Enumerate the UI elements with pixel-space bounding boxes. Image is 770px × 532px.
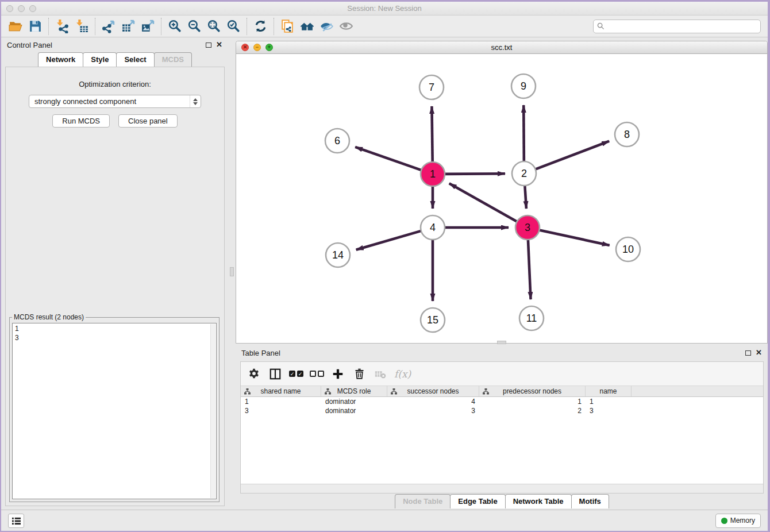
open-session-icon[interactable]	[6, 18, 25, 35]
cell-shared-name[interactable]: 3	[241, 406, 321, 415]
network-window-titlebar[interactable]: ✕ − + scc.txt	[236, 41, 767, 54]
column-header-name[interactable]: name	[586, 386, 632, 396]
toolbar-separator	[161, 18, 161, 35]
duplicate-network-icon[interactable]	[278, 18, 297, 35]
import-network-icon[interactable]	[52, 18, 72, 35]
graph-node-10[interactable]: 10	[616, 237, 640, 261]
gear-icon[interactable]	[247, 367, 261, 381]
graph-node-8[interactable]: 8	[615, 122, 639, 147]
graph-node-14[interactable]: 14	[326, 243, 350, 267]
splitter-grip[interactable]	[230, 267, 234, 276]
search-box[interactable]	[593, 20, 761, 33]
table-rows[interactable]: 1dominator4113dominator323	[241, 397, 763, 484]
import-table-icon[interactable]	[72, 18, 91, 35]
cell-name[interactable]: 3	[586, 406, 632, 415]
svg-text:1: 1	[430, 168, 436, 180]
edge-3-10[interactable]	[540, 230, 610, 245]
edge-1-7[interactable]	[432, 106, 432, 162]
table-tab-network-table[interactable]: Network Table	[505, 494, 572, 508]
table-tab-node-table[interactable]: Node Table	[395, 494, 451, 508]
home-icon[interactable]	[297, 18, 317, 35]
column-type-icon	[244, 388, 251, 395]
tab-mcds[interactable]: MCDS	[154, 52, 192, 67]
graph-node-4[interactable]: 4	[421, 215, 445, 240]
edge-3-1[interactable]	[449, 183, 517, 221]
mcds-result-legend: MCDS result (2 nodes)	[12, 313, 86, 321]
graph-node-3[interactable]: 3	[515, 215, 540, 240]
save-session-icon[interactable]	[25, 18, 45, 35]
graph-node-2[interactable]: 2	[512, 161, 536, 186]
edge-4-14[interactable]	[356, 231, 421, 250]
graph-node-11[interactable]: 11	[519, 306, 544, 330]
column-header-successor-nodes[interactable]: successor nodes	[387, 386, 479, 396]
criterion-dropdown[interactable]: strongly connected component	[29, 95, 201, 108]
cell-shared-name[interactable]: 1	[241, 397, 321, 406]
svg-text:6: 6	[334, 135, 340, 147]
table-tab-motifs[interactable]: Motifs	[571, 494, 609, 508]
column-header-mcds-role[interactable]: MCDS role	[321, 386, 387, 396]
toolbar-separator	[247, 18, 247, 35]
run-mcds-button[interactable]: Run MCDS	[52, 114, 110, 128]
main-toolbar	[1, 16, 768, 37]
graph-node-15[interactable]: 15	[421, 308, 445, 332]
zoom-in-icon[interactable]	[165, 18, 184, 35]
cell-predecessor-nodes[interactable]: 1	[479, 397, 586, 406]
hide-panel-icon[interactable]	[317, 18, 336, 35]
search-input[interactable]	[607, 22, 757, 30]
float-table-panel-icon[interactable]	[745, 350, 751, 356]
refresh-icon[interactable]	[251, 18, 270, 35]
memory-label: Memory	[730, 516, 755, 525]
float-panel-icon[interactable]	[206, 43, 211, 48]
export-table-icon[interactable]	[118, 18, 138, 35]
cell-mcds-role[interactable]: dominator	[321, 397, 387, 406]
network-canvas[interactable]: 7968124314101511	[236, 54, 767, 343]
tab-network[interactable]: Network	[38, 52, 83, 67]
tab-style[interactable]: Style	[83, 52, 117, 67]
add-column-icon[interactable]	[330, 367, 345, 381]
column-header-predecessor-nodes[interactable]: predecessor nodes	[479, 386, 586, 396]
delete-column-icon[interactable]	[352, 367, 367, 381]
deselect-all-icon[interactable]	[310, 371, 324, 377]
export-network-icon[interactable]	[99, 18, 118, 35]
edge-2-8[interactable]	[536, 141, 610, 169]
table-row[interactable]: 1dominator411	[241, 397, 763, 406]
svg-text:14: 14	[332, 249, 344, 261]
result-scrollbar[interactable]	[210, 324, 215, 498]
eye-icon[interactable]	[336, 18, 356, 35]
cell-successor-nodes[interactable]: 3	[387, 406, 479, 415]
table-toolbar: ✓✓ f(x)	[241, 362, 763, 386]
memory-button[interactable]: Memory	[715, 514, 761, 528]
memory-status-icon	[721, 518, 727, 524]
tab-select[interactable]: Select	[116, 52, 154, 67]
table-row[interactable]: 3dominator323	[241, 406, 763, 415]
split-columns-icon[interactable]	[268, 367, 283, 381]
zoom-fit-icon[interactable]	[204, 18, 224, 35]
column-header-shared-name[interactable]: shared name	[241, 386, 321, 396]
cell-mcds-role[interactable]: dominator	[321, 406, 387, 415]
zoom-selected-icon[interactable]	[224, 18, 243, 35]
close-table-panel-icon[interactable]: ✕	[756, 350, 762, 356]
export-image-icon[interactable]	[138, 18, 157, 35]
vertical-splitter[interactable]	[228, 37, 236, 510]
graph-node-1[interactable]: 1	[421, 162, 445, 186]
edge-2-3[interactable]	[525, 186, 526, 209]
edge-1-6[interactable]	[355, 147, 421, 170]
graph-node-9[interactable]: 9	[511, 74, 536, 98]
graph-node-7[interactable]: 7	[419, 75, 444, 99]
close-panel-icon[interactable]: ✕	[216, 42, 222, 48]
cell-name[interactable]: 1	[586, 397, 632, 406]
zoom-out-icon[interactable]	[184, 18, 204, 35]
network-graph[interactable]: 7968124314101511	[236, 54, 767, 343]
graph-node-6[interactable]: 6	[325, 129, 349, 153]
task-history-button[interactable]	[8, 514, 24, 528]
select-all-icon[interactable]: ✓✓	[289, 371, 303, 377]
cell-successor-nodes[interactable]: 4	[387, 397, 479, 406]
table-tab-edge-table[interactable]: Edge Table	[450, 494, 505, 508]
horizontal-splitter-grip[interactable]	[497, 341, 506, 344]
edge-2-9[interactable]	[523, 105, 524, 161]
edge-1-2[interactable]	[445, 174, 505, 174]
mcds-result-text[interactable]: 1 3	[12, 323, 217, 499]
cell-predecessor-nodes[interactable]: 2	[479, 406, 586, 415]
close-panel-button[interactable]: Close panel	[118, 114, 178, 128]
edge-3-11[interactable]	[528, 240, 531, 299]
